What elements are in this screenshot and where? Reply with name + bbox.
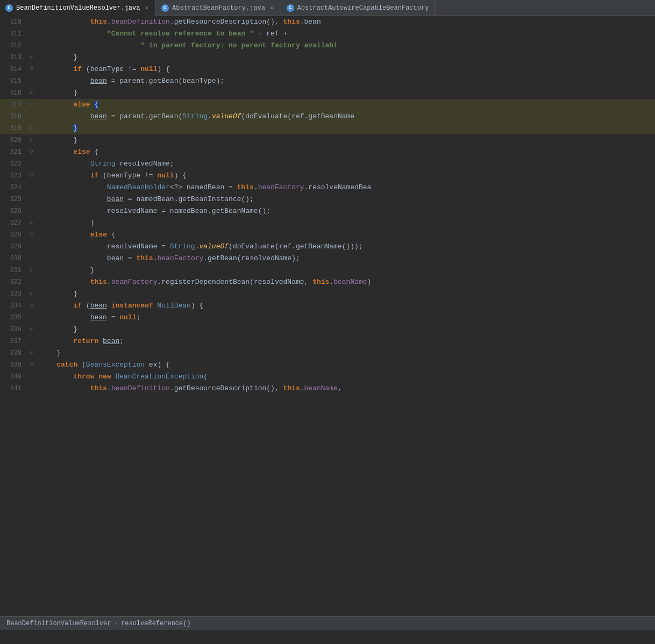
gutter-339: ▽ — [26, 359, 38, 371]
code-content-341: this.beanDefinition.getResourceDescripti… — [38, 383, 655, 395]
breadcrumb-separator: › — [114, 620, 118, 627]
gutter-327: ▷ — [26, 217, 38, 229]
line-num-328: 328 — [0, 229, 26, 241]
code-line-335: 335 bean = null; — [0, 312, 655, 324]
gutter-334: ▽ — [26, 300, 38, 312]
line-num-336: 336 — [0, 324, 26, 335]
code-content-340: throw new BeanCreationException( — [38, 371, 655, 383]
gutter-313: ▷ — [26, 52, 38, 63]
line-num-314: 314 — [0, 63, 26, 75]
gutter-336: ▷ — [26, 324, 38, 335]
line-num-330: 330 — [0, 253, 26, 264]
code-line-325: 325 bean = namedBean.getBeanInstance(); — [0, 194, 655, 205]
code-line-340: 340 throw new BeanCreationException( — [0, 371, 655, 383]
code-content-311: "Cannot resolve reference to bean " + re… — [38, 28, 655, 40]
code-content-331: } — [38, 264, 655, 276]
code-line-327: 327 ▷ } — [0, 217, 655, 229]
code-line-316: 316 ▷ } — [0, 87, 655, 99]
gutter-310 — [26, 16, 38, 28]
code-line-339: 339 ▽ catch (BeansException ex) { — [0, 359, 655, 371]
gutter-319: ▷ — [26, 123, 38, 134]
code-content-329: resolvedName = String.valueOf(doEvaluate… — [38, 241, 655, 253]
line-num-325: 325 — [0, 194, 26, 205]
code-line-336: 336 ▷ } — [0, 324, 655, 335]
code-content-313: } — [38, 52, 655, 63]
code-line-337: 337 return bean; — [0, 335, 655, 347]
tab-icon-1: C — [5, 4, 13, 12]
code-content-335: bean = null; — [38, 312, 655, 324]
code-line-323: 323 ▽ if (beanType != null) { — [0, 170, 655, 182]
gutter-314: ▽ — [26, 63, 38, 75]
line-num-332: 332 — [0, 276, 26, 288]
code-content-319: } — [38, 123, 655, 134]
tab-bean-definition-value-resolver[interactable]: C BeanDefinitionValueResolver.java ✕ — [0, 0, 156, 16]
breadcrumb-method: resolveReference() — [121, 620, 191, 627]
tab-label-2: AbstractBeanFactory.java — [172, 4, 265, 12]
gutter-316: ▷ — [26, 87, 38, 99]
code-line-320: 320 ▷ } — [0, 134, 655, 146]
code-editor: 310 this.beanDefinition.getResourceDescr… — [0, 16, 655, 616]
code-line-315: 315 bean = parent.getBean(beanType); — [0, 75, 655, 87]
code-content-337: return bean; — [38, 335, 655, 347]
tab-close-1[interactable]: ✕ — [143, 4, 150, 12]
code-content-315: bean = parent.getBean(beanType); — [38, 75, 655, 87]
line-num-320: 320 — [0, 134, 26, 146]
line-num-313: 313 — [0, 52, 26, 63]
line-num-311: 311 — [0, 28, 26, 40]
code-content-324: NamedBeanHolder<?> namedBean = this.bean… — [38, 182, 655, 194]
code-line-328: 328 ▽ else { — [0, 229, 655, 241]
line-num-315: 315 — [0, 75, 26, 87]
code-content-317: else { — [38, 99, 655, 111]
code-content-310: this.beanDefinition.getResourceDescripti… — [38, 16, 655, 28]
line-num-310: 310 — [0, 16, 26, 28]
gutter-330 — [26, 253, 38, 264]
line-num-326: 326 — [0, 205, 26, 217]
code-content-321: else { — [38, 146, 655, 158]
line-num-323: 323 — [0, 170, 26, 182]
code-line-318: 318 bean = parent.getBean(String.valueOf… — [0, 111, 655, 123]
code-line-330: 330 bean = this.beanFactory.getBean(reso… — [0, 253, 655, 264]
code-content-338: } — [38, 347, 655, 359]
code-line-341: 341 this.beanDefinition.getResourceDescr… — [0, 383, 655, 395]
code-content-334: if (bean instanceof NullBean) { — [38, 300, 655, 312]
line-num-334: 334 — [0, 300, 26, 312]
line-num-322: 322 — [0, 158, 26, 170]
gutter-321: ▽ — [26, 146, 38, 158]
line-num-337: 337 — [0, 335, 26, 347]
gutter-318 — [26, 111, 38, 123]
code-content-330: bean = this.beanFactory.getBean(resolved… — [38, 253, 655, 264]
gutter-338: ▷ — [26, 347, 38, 359]
code-content-312: " in parent factory: no parent factory a… — [38, 40, 655, 52]
code-content-339: catch (BeansException ex) { — [38, 359, 655, 371]
gutter-325 — [26, 194, 38, 205]
gutter-332 — [26, 276, 38, 288]
gutter-312 — [26, 40, 38, 52]
gutter-323: ▽ — [26, 170, 38, 182]
code-line-333: 333 ▷ } — [0, 288, 655, 300]
code-line-313: 313 ▷ } — [0, 52, 655, 63]
code-content-323: if (beanType != null) { — [38, 170, 655, 182]
code-content-328: else { — [38, 229, 655, 241]
gutter-340 — [26, 371, 38, 383]
code-line-334: 334 ▽ if (bean instanceof NullBean) { — [0, 300, 655, 312]
gutter-341 — [26, 383, 38, 395]
code-content-333: } — [38, 288, 655, 300]
line-num-316: 316 — [0, 87, 26, 99]
code-content-314: if (beanType != null) { — [38, 63, 655, 75]
line-num-333: 333 — [0, 288, 26, 300]
code-content-332: this.beanFactory.registerDependentBean(r… — [38, 276, 655, 288]
line-num-339: 339 — [0, 359, 26, 371]
gutter-337 — [26, 335, 38, 347]
tab-close-2[interactable]: ✕ — [268, 4, 275, 12]
code-line-319: 319 ▷ } — [0, 123, 655, 134]
line-num-327: 327 — [0, 217, 26, 229]
gutter-315 — [26, 75, 38, 87]
code-line-322: 322 String resolvedName; — [0, 158, 655, 170]
code-line-314: 314 ▽ if (beanType != null) { — [0, 63, 655, 75]
code-line-329: 329 resolvedName = String.valueOf(doEval… — [0, 241, 655, 253]
tab-abstract-bean-factory[interactable]: C AbstractBeanFactory.java ✕ — [156, 0, 281, 16]
tab-abstract-autowire[interactable]: C AbstractAutowireCapableBeanFactory — [281, 0, 435, 16]
gutter-322 — [26, 158, 38, 170]
line-num-335: 335 — [0, 312, 26, 324]
code-content-320: } — [38, 134, 655, 146]
